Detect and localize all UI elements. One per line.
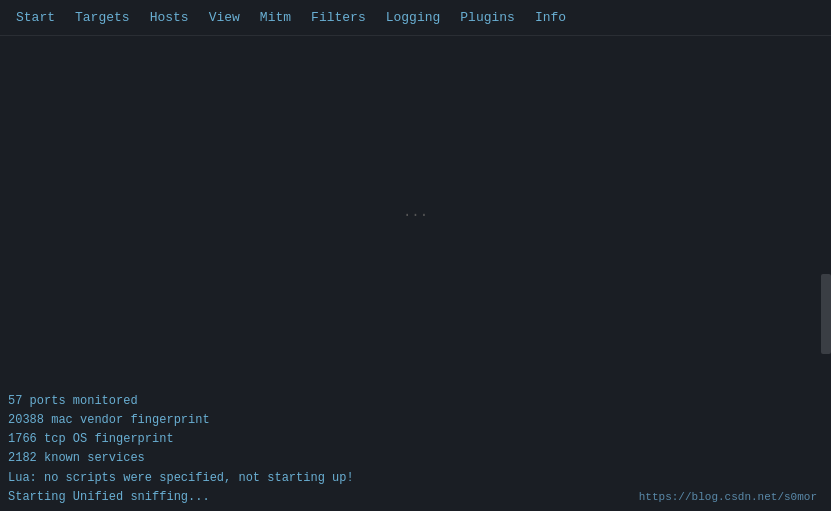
menu-view[interactable]: View	[201, 8, 248, 27]
status-line-4: Lua: no scripts were specified, not star…	[8, 469, 823, 488]
status-line-0: 57 ports monitored	[8, 392, 823, 411]
menubar: Start Targets Hosts View Mitm Filters Lo…	[0, 0, 831, 36]
menu-logging[interactable]: Logging	[378, 8, 449, 27]
status-line-1: 20388 mac vendor fingerprint	[8, 411, 823, 430]
menu-mitm[interactable]: Mitm	[252, 8, 299, 27]
menu-targets[interactable]: Targets	[67, 8, 138, 27]
menu-filters[interactable]: Filters	[303, 8, 374, 27]
menu-start[interactable]: Start	[8, 8, 63, 27]
ellipsis-indicator: ...	[403, 204, 428, 220]
scrollbar-thumb[interactable]	[821, 274, 831, 354]
menu-info[interactable]: Info	[527, 8, 574, 27]
main-content: ... 57 ports monitored 20388 mac vendor …	[0, 36, 831, 511]
status-line-2: 1766 tcp OS fingerprint	[8, 430, 823, 449]
menu-plugins[interactable]: Plugins	[452, 8, 523, 27]
menu-hosts[interactable]: Hosts	[142, 8, 197, 27]
console-area: ...	[0, 36, 831, 388]
url-hint: https://blog.csdn.net/s0mor	[639, 491, 817, 503]
status-line-3: 2182 known services	[8, 449, 823, 468]
scrollbar[interactable]	[821, 36, 831, 511]
